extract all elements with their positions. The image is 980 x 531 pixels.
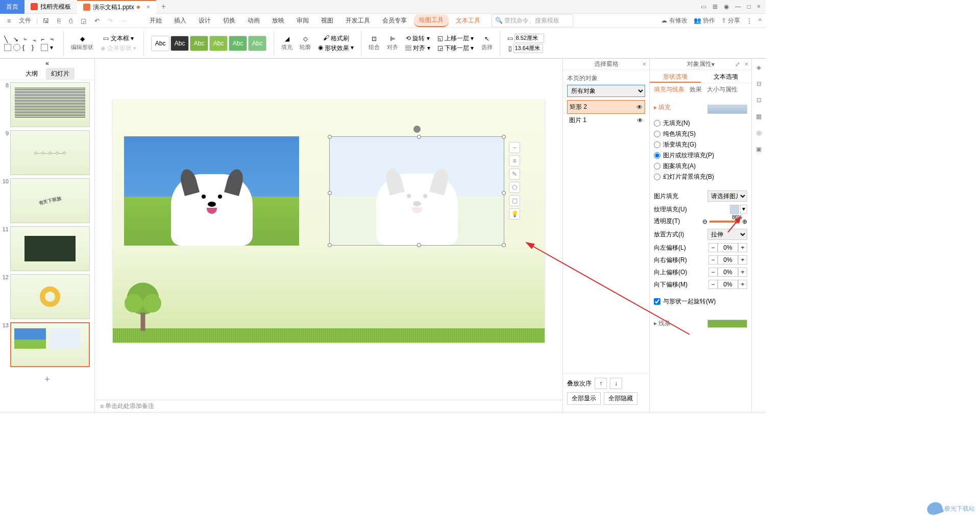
slide-bg-fill-radio[interactable] bbox=[654, 174, 660, 180]
menu-text[interactable]: 文本工具 bbox=[451, 14, 485, 27]
side-tool-3[interactable]: ⊡ bbox=[756, 96, 762, 104]
layout-icon[interactable]: ▭ bbox=[701, 3, 706, 10]
offset-b-minus[interactable]: − bbox=[708, 280, 718, 289]
offset-t-plus[interactable]: + bbox=[738, 268, 747, 277]
menu-design[interactable]: 设计 bbox=[193, 14, 216, 27]
resize-handle-bl[interactable] bbox=[328, 243, 332, 247]
align-sub-button[interactable]: ▤ 对齐 ▾ bbox=[405, 44, 430, 53]
menu-animation[interactable]: 动画 bbox=[242, 14, 265, 27]
export-icon[interactable]: ⎘ bbox=[54, 15, 64, 27]
gradient-fill-radio[interactable] bbox=[654, 141, 660, 148]
resize-handle-l[interactable] bbox=[328, 191, 332, 195]
fill-line-subtab[interactable]: 填充与线条 bbox=[654, 85, 684, 94]
object-filter-select[interactable]: 所有对象 bbox=[567, 85, 645, 97]
resize-handle-b[interactable] bbox=[417, 243, 421, 247]
undo-icon[interactable]: ↶ bbox=[91, 15, 103, 27]
maximize-icon[interactable]: □ bbox=[747, 3, 751, 10]
float-rect-icon[interactable]: ▢ bbox=[509, 195, 520, 206]
slide-thumb-11[interactable] bbox=[10, 226, 90, 271]
effect-subtab[interactable]: 效果 bbox=[690, 85, 702, 94]
picture-fill-radio[interactable] bbox=[654, 152, 660, 159]
menu-icon[interactable]: ≡ bbox=[4, 15, 14, 27]
float-bulb-icon[interactable]: 💡 bbox=[509, 208, 520, 220]
hide-all-button[interactable]: 全部隐藏 bbox=[604, 392, 638, 405]
grid-icon[interactable]: ⊞ bbox=[713, 3, 718, 10]
group-button[interactable]: ⊡ bbox=[372, 35, 377, 42]
edit-shape-icon[interactable]: ◆ bbox=[80, 35, 85, 42]
slides-tab[interactable]: 幻灯片 bbox=[46, 68, 75, 80]
shape-styles[interactable]: Abc Abc Abc Abc Abc Abc bbox=[149, 36, 268, 51]
notes-placeholder[interactable]: 单击此处添加备注 bbox=[105, 402, 154, 411]
offset-r-input[interactable] bbox=[718, 255, 738, 264]
rotate-handle[interactable] bbox=[413, 126, 421, 133]
tab-templates[interactable]: 找稻壳模板 bbox=[24, 0, 77, 14]
select-button[interactable]: ↖ bbox=[484, 35, 489, 42]
width-input[interactable] bbox=[514, 34, 544, 43]
notes-button[interactable]: ▤ 备注 ▾ bbox=[570, 415, 595, 415]
visibility-icon[interactable]: 👁 bbox=[637, 117, 643, 124]
slide-thumb-12[interactable] bbox=[10, 274, 90, 319]
resize-handle-tl[interactable] bbox=[328, 135, 332, 139]
dog-image[interactable] bbox=[124, 136, 299, 246]
send-backward-button[interactable]: ◲ 下移一层 ▾ bbox=[437, 44, 474, 53]
collab-button[interactable]: 👥 协作 bbox=[694, 16, 715, 25]
effects-button[interactable]: ◉ 形状效果 ▾ bbox=[318, 44, 354, 53]
pattern-fill-radio[interactable] bbox=[654, 163, 660, 170]
solid-fill-radio[interactable] bbox=[654, 131, 660, 137]
save-icon[interactable]: 🖫 bbox=[40, 15, 52, 27]
file-menu[interactable]: 文件 bbox=[16, 14, 34, 27]
avatar-icon[interactable]: ◉ bbox=[724, 3, 729, 10]
outline-button[interactable]: ◇ bbox=[303, 35, 308, 42]
menu-start[interactable]: 开始 bbox=[144, 14, 167, 27]
offset-r-plus[interactable]: + bbox=[738, 255, 747, 264]
preview-icon[interactable]: ◲ bbox=[78, 15, 89, 27]
offset-b-input[interactable] bbox=[718, 280, 738, 289]
slide-thumb-9[interactable]: ◇—◇—◇—◇—◇ bbox=[10, 130, 90, 175]
more-qat-icon[interactable]: ⋯ bbox=[118, 15, 130, 27]
offset-l-plus[interactable]: + bbox=[738, 243, 747, 252]
selected-rectangle[interactable]: − ≡ ✎ ⬠ ▢ 💡 bbox=[329, 136, 504, 246]
rotate-with-checkbox[interactable] bbox=[654, 298, 660, 305]
resize-handle-r[interactable] bbox=[502, 191, 506, 195]
resize-handle-br[interactable] bbox=[502, 243, 506, 247]
fill-button[interactable]: ◢ bbox=[285, 35, 289, 42]
menu-slideshow[interactable]: 放映 bbox=[267, 14, 289, 27]
fill-preview[interactable] bbox=[707, 105, 747, 114]
more-icon[interactable]: ⋮ bbox=[746, 17, 752, 25]
menu-review[interactable]: 审阅 bbox=[291, 14, 314, 27]
slider-plus[interactable]: ⊕ bbox=[742, 218, 747, 225]
side-tool-6[interactable]: ▣ bbox=[756, 146, 762, 153]
bring-forward-button[interactable]: ◱ 上移一层 ▾ bbox=[437, 34, 474, 43]
slide-canvas[interactable]: − ≡ ✎ ⬠ ▢ 💡 bbox=[113, 100, 545, 343]
offset-b-plus[interactable]: + bbox=[738, 280, 747, 289]
offset-t-minus[interactable]: − bbox=[708, 268, 718, 277]
outline-tab[interactable]: 大纲 bbox=[20, 68, 43, 80]
float-shape-icon[interactable]: ⬠ bbox=[509, 182, 520, 193]
float-edit-icon[interactable]: ✎ bbox=[509, 168, 520, 180]
texture-swatch[interactable] bbox=[730, 205, 739, 214]
collapse-left-icon[interactable]: « bbox=[0, 59, 94, 68]
shape-gallery[interactable]: ╲↘﹄﹃⌐¬ {}▾ bbox=[4, 36, 58, 51]
close-tab-icon[interactable]: × bbox=[146, 4, 150, 11]
move-up-button[interactable]: ↑ bbox=[595, 378, 607, 389]
side-tool-1[interactable]: ◈ bbox=[756, 64, 761, 71]
align-button[interactable]: ⊫ bbox=[390, 35, 395, 42]
slide-thumb-8[interactable] bbox=[10, 82, 90, 127]
notes-icon[interactable]: ≡ bbox=[100, 403, 104, 410]
no-fill-radio[interactable] bbox=[654, 120, 660, 127]
move-down-button[interactable]: ↓ bbox=[610, 378, 622, 389]
menu-member[interactable]: 会员专享 bbox=[377, 14, 412, 27]
tab-home[interactable]: 首页 bbox=[0, 0, 24, 14]
rotate-button[interactable]: ⟲ 旋转 ▾ bbox=[406, 34, 430, 43]
slide-thumb-10[interactable]: 有关下班族 bbox=[10, 178, 90, 223]
pin-icon[interactable]: ⤢ bbox=[735, 61, 740, 68]
text-box-button[interactable]: ▭ 文本框 ▾ bbox=[103, 34, 134, 43]
visibility-icon[interactable]: 👁 bbox=[636, 104, 643, 111]
format-painter-button[interactable]: 🖌 格式刷 bbox=[323, 34, 349, 43]
beautify-button[interactable]: ✨ 智能美化 bbox=[530, 415, 564, 415]
comments-button[interactable]: 💬 批注 ▾ bbox=[599, 415, 626, 415]
offset-t-input[interactable] bbox=[718, 268, 738, 277]
menu-transition[interactable]: 切换 bbox=[218, 14, 240, 27]
close-icon[interactable]: × bbox=[757, 3, 761, 10]
offset-l-minus[interactable]: − bbox=[708, 243, 718, 252]
